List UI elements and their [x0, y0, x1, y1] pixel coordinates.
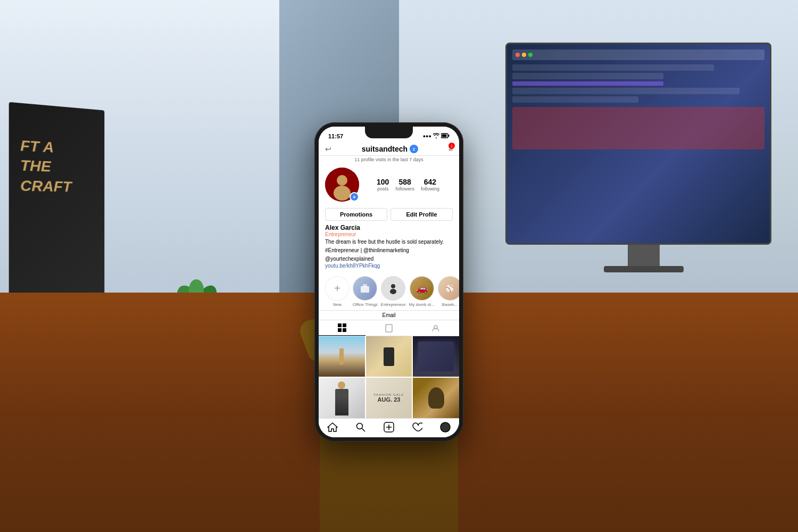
svg-rect-12	[338, 328, 342, 332]
monitor-base	[604, 266, 684, 272]
background-scene: FT ATHECRAFT	[0, 0, 798, 532]
photo-grid: FASHION GALA AUG. 23	[319, 336, 459, 418]
story-entrepreneur[interactable]: Entrepreneur	[381, 276, 406, 307]
action-buttons: Promotions Edit Profile	[319, 206, 459, 223]
suit-head	[338, 381, 345, 389]
story-baseball-icon: ⚾	[445, 284, 454, 293]
grid-photo-1[interactable]	[319, 336, 365, 377]
nav-likes[interactable]	[403, 422, 431, 433]
story-entrepreneur-label: Entrepreneur	[381, 302, 406, 307]
bio-text-line1: The dream is free but the hustle is sold…	[325, 238, 453, 246]
stat-followers[interactable]: 588 followers	[395, 178, 414, 192]
nav-add[interactable]	[375, 422, 403, 433]
svg-rect-10	[338, 323, 342, 327]
svg-point-8	[391, 284, 395, 288]
screen-glow	[418, 342, 454, 371]
ig-username-badge: 2	[410, 145, 418, 153]
story-baseball-circle: ⚾	[438, 276, 459, 301]
bio-text-line2: #Entrepreneur | @thinlinemarketing	[325, 247, 453, 254]
monitor-accent-bar	[512, 81, 663, 86]
phone-photo	[366, 336, 412, 377]
svg-point-16	[357, 423, 363, 429]
story-new-label: New	[333, 302, 342, 307]
story-new[interactable]: + New	[325, 276, 350, 307]
grid-photo-5[interactable]: FASHION GALA AUG. 23	[366, 378, 412, 418]
crowd-silhouette	[428, 387, 444, 409]
tab-portrait[interactable]	[365, 320, 412, 336]
home-icon	[327, 422, 338, 432]
stat-following[interactable]: 642 following	[421, 178, 439, 192]
monitor-ui	[507, 44, 770, 243]
monitor-image-area	[512, 107, 764, 149]
heart-icon	[412, 422, 422, 432]
sign-prop: FT ATHECRAFT	[9, 102, 105, 323]
posts-count: 100	[377, 178, 389, 187]
story-dumb[interactable]: 🚗 My dumb st...	[409, 276, 435, 307]
monitor-stand	[628, 245, 660, 266]
add-icon	[384, 422, 394, 433]
story-dumb-label: My dumb st...	[409, 302, 435, 307]
monitor-content-row-3	[512, 88, 739, 94]
grid-photo-4[interactable]	[319, 378, 365, 418]
nav-home[interactable]	[319, 422, 347, 433]
phone-device: 11:57 ●●●	[314, 122, 463, 442]
stats-row: 100 posts 588 followers 642 following	[363, 178, 453, 192]
grid-photo-6[interactable]	[413, 378, 459, 418]
story-entrepreneur-circle	[381, 276, 405, 301]
svg-point-21	[440, 422, 450, 432]
tab-grid[interactable]	[319, 320, 365, 336]
search-icon	[356, 422, 365, 432]
close-dot	[516, 53, 520, 57]
following-count: 642	[421, 178, 439, 187]
svg-rect-2	[442, 135, 447, 137]
followers-label: followers	[395, 186, 414, 192]
svg-line-17	[362, 429, 365, 432]
svg-point-4	[337, 175, 347, 186]
profile-visits-text: 11 profile visits in the last 7 days	[319, 156, 459, 163]
phone-screen: 11:57 ●●●	[319, 127, 459, 437]
crowd-photo	[413, 378, 459, 418]
person-silhouette-icon	[387, 282, 400, 295]
dark-phone-photo	[413, 336, 459, 377]
grid-photo-3[interactable]	[413, 336, 459, 377]
profile-section: + 100 posts 588 followers	[319, 163, 459, 206]
grid-photo-2[interactable]	[366, 336, 412, 377]
svg-rect-11	[343, 323, 346, 327]
suit-person	[335, 389, 348, 415]
avatar-add-button[interactable]: +	[350, 192, 359, 202]
followers-count: 588	[395, 178, 414, 187]
bio-text-line3: @yourtechexplained	[325, 255, 453, 263]
signal-icon: ●●●	[423, 134, 431, 139]
hand-phone-container: 11:57 ●●●	[288, 80, 490, 532]
monitor-top-bar	[512, 49, 764, 60]
story-office[interactable]: Office Thingz	[353, 276, 378, 307]
nav-search[interactable]	[347, 422, 375, 433]
status-icons: ●●●	[423, 133, 450, 139]
story-baseball[interactable]: ⚾ Baseb...	[438, 276, 459, 307]
story-baseball-label: Baseb...	[442, 302, 458, 307]
promotions-button[interactable]: Promotions	[325, 208, 387, 221]
suit-photo	[319, 378, 365, 418]
ig-username-text: suitsandtech	[362, 145, 408, 153]
ig-username-container: suitsandtech 2	[362, 145, 418, 153]
monument-tower	[339, 348, 344, 364]
edit-profile-button[interactable]: Edit Profile	[390, 208, 453, 221]
mini-phone	[384, 347, 394, 366]
monument-photo	[319, 336, 365, 377]
minimize-dot	[522, 53, 526, 57]
ig-menu-button[interactable]: ≡ 1	[448, 145, 453, 153]
bio-section: Alex Garcia Entrepreneur The dream is fr…	[319, 223, 459, 273]
svg-rect-1	[448, 135, 450, 137]
email-button[interactable]: Email	[319, 310, 459, 320]
story-new-circle: +	[325, 276, 350, 301]
bio-link[interactable]: youtu.be/kh8YPkhFkqg	[325, 263, 453, 269]
office-icon	[359, 282, 371, 295]
portrait-icon	[385, 324, 393, 332]
ig-back-icon[interactable]: ↩	[325, 145, 331, 153]
bottom-nav	[319, 418, 459, 435]
profile-icon	[440, 422, 451, 433]
tab-tagged[interactable]	[412, 320, 459, 336]
stat-posts[interactable]: 100 posts	[377, 178, 389, 192]
aug-photo: FASHION GALA AUG. 23	[366, 378, 412, 418]
nav-profile[interactable]	[431, 422, 459, 433]
